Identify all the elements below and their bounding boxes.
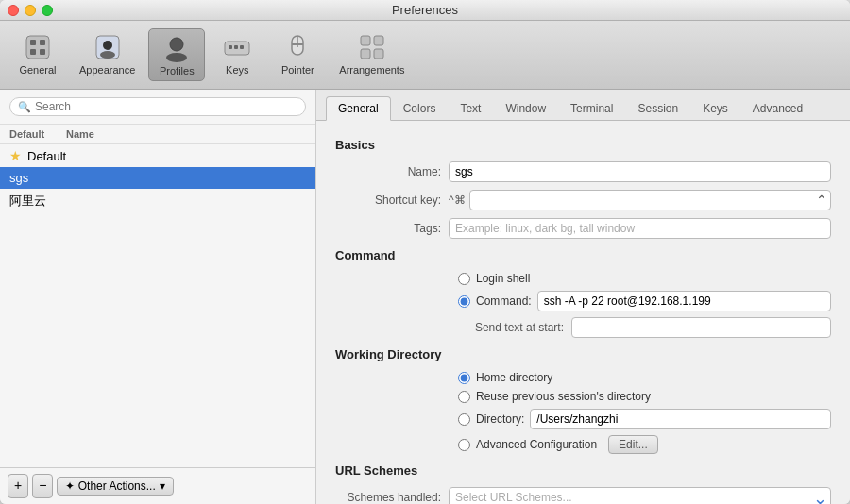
tab-general[interactable]: General — [326, 96, 391, 121]
basics-section-title: Basics — [335, 138, 831, 152]
advanced-config-row: Advanced Configuration Edit... — [458, 435, 831, 454]
search-input[interactable] — [35, 100, 298, 113]
command-label: Command: — [476, 294, 532, 308]
other-actions-button[interactable]: ✦ Other Actions... ▾ — [57, 477, 173, 496]
svg-rect-4 — [40, 49, 45, 55]
actions-arrow-icon: ▾ — [160, 479, 165, 493]
traffic-lights — [8, 5, 53, 16]
send-text-input[interactable] — [571, 317, 831, 338]
svg-rect-11 — [229, 45, 232, 49]
arrangements-icon — [357, 32, 387, 62]
url-select-wrap: Select URL Schemes... ⌃ — [449, 487, 831, 504]
tab-keys[interactable]: Keys — [690, 96, 740, 121]
svg-rect-12 — [234, 45, 238, 49]
tab-advanced[interactable]: Advanced — [740, 96, 815, 121]
home-dir-row: Home directory — [458, 371, 831, 384]
remove-profile-button[interactable]: − — [32, 474, 53, 498]
working-dir-section-title: Working Directory — [335, 347, 831, 361]
url-schemes-section-title: URL Schemes — [335, 463, 831, 478]
svg-rect-13 — [240, 45, 244, 49]
shortcut-label: Shortcut key: — [335, 193, 449, 207]
tab-session[interactable]: Session — [625, 96, 690, 121]
svg-rect-18 — [374, 36, 383, 45]
command-section-title: Command — [335, 248, 831, 262]
directory-label: Directory: — [476, 412, 524, 426]
svg-point-7 — [100, 51, 115, 59]
keys-icon — [222, 32, 252, 62]
sidebar-list: ★ Default sgs 阿里云 — [0, 144, 315, 467]
sidebar-item-aliyun[interactable]: 阿里云 — [0, 189, 315, 213]
sidebar: 🔍 Default Name ★ Default sgs — [0, 90, 316, 504]
toolbar-general-label: General — [19, 64, 56, 76]
command-radio-row: Command: — [458, 291, 831, 311]
appearance-icon — [93, 32, 123, 62]
directory-input[interactable] — [530, 409, 831, 429]
advanced-config-label: Advanced Configuration — [476, 438, 597, 451]
command-input[interactable] — [537, 291, 831, 311]
toolbar-keys-label: Keys — [226, 64, 248, 76]
sidebar-item-sgs[interactable]: sgs — [0, 167, 315, 189]
shortcut-prefix: ^⌘ — [449, 193, 466, 207]
other-actions-label: ✦ Other Actions... — [65, 479, 155, 493]
reuse-dir-radio[interactable] — [458, 391, 470, 403]
sidebar-item-sgs-label: sgs — [9, 171, 28, 185]
shortcut-control: ^⌘ ⌃ — [449, 190, 831, 210]
add-profile-button[interactable]: + — [8, 474, 28, 498]
search-bar: 🔍 — [0, 90, 315, 125]
toolbar-pointer-label: Pointer — [281, 64, 314, 76]
login-shell-label: Login shell — [476, 272, 530, 285]
toolbar-pointer[interactable]: Pointer — [269, 28, 326, 81]
maximize-button[interactable] — [42, 5, 53, 16]
tags-row: Tags: — [335, 218, 831, 239]
login-shell-radio[interactable] — [458, 273, 470, 285]
tab-bar: General Colors Text Window Terminal Sess… — [316, 90, 850, 121]
search-input-wrap: 🔍 — [9, 97, 306, 116]
send-text-label: Send text at start: — [449, 321, 571, 334]
tab-terminal[interactable]: Terminal — [558, 96, 625, 121]
tags-input[interactable] — [449, 218, 831, 239]
sidebar-item-aliyun-label: 阿里云 — [9, 193, 46, 210]
tab-window[interactable]: Window — [493, 96, 558, 121]
home-dir-radio[interactable] — [458, 372, 470, 384]
svg-point-9 — [166, 53, 187, 62]
tab-text[interactable]: Text — [448, 96, 493, 121]
name-input[interactable] — [449, 161, 831, 182]
command-radio[interactable] — [458, 295, 470, 308]
close-button[interactable] — [8, 5, 19, 16]
svg-rect-0 — [26, 36, 49, 59]
advanced-config-radio[interactable] — [458, 439, 470, 451]
home-dir-label: Home directory — [476, 371, 552, 384]
login-shell-radio-row: Login shell — [458, 272, 831, 285]
sidebar-header: Default Name — [0, 125, 315, 144]
tab-colors[interactable]: Colors — [391, 96, 449, 121]
name-row: Name: — [335, 161, 831, 182]
toolbar-keys[interactable]: Keys — [209, 28, 265, 81]
send-text-row: Send text at start: — [449, 317, 831, 338]
custom-dir-row: Directory: — [458, 409, 831, 429]
edit-button[interactable]: Edit... — [608, 435, 658, 454]
toolbar-profiles[interactable]: Profiles — [148, 28, 205, 81]
schemes-control: Select URL Schemes... ⌃ — [449, 487, 831, 504]
toolbar-appearance[interactable]: Appearance — [70, 28, 144, 81]
reuse-dir-row: Reuse previous session's directory — [458, 390, 831, 403]
schemes-label: Schemes handled: — [335, 491, 449, 504]
working-dir-options: Home directory Reuse previous session's … — [458, 371, 831, 454]
minimize-button[interactable] — [25, 5, 36, 16]
toolbar-general[interactable]: General — [9, 28, 66, 81]
toolbar-arrangements-label: Arrangements — [339, 64, 404, 76]
toolbar-profiles-label: Profiles — [160, 65, 195, 76]
send-text-control — [571, 317, 831, 338]
url-schemes-select[interactable]: Select URL Schemes... — [449, 487, 831, 504]
sidebar-item-default[interactable]: ★ Default — [0, 144, 315, 167]
svg-rect-1 — [30, 40, 36, 45]
custom-dir-radio[interactable] — [458, 413, 470, 426]
sidebar-footer: + − ✦ Other Actions... ▾ — [0, 467, 315, 504]
tags-control — [449, 218, 831, 239]
svg-point-6 — [103, 41, 112, 50]
sidebar-header-name: Name — [66, 128, 94, 140]
main-content: 🔍 Default Name ★ Default sgs — [0, 90, 850, 504]
toolbar-arrangements[interactable]: Arrangements — [330, 28, 414, 81]
login-shell-row: Login shell Command: Send text at start: — [458, 272, 831, 338]
toolbar-appearance-label: Appearance — [79, 64, 135, 76]
shortcut-select[interactable] — [469, 190, 831, 210]
